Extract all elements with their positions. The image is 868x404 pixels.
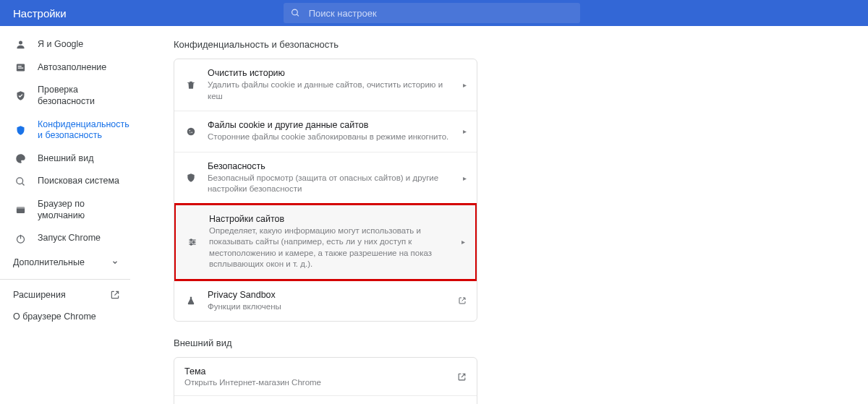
- row-subtitle: Открыть Интернет-магазин Chrome: [184, 378, 321, 387]
- cookie-icon: [184, 126, 197, 137]
- row-subtitle: Функции включены: [208, 301, 448, 313]
- svg-line-7: [22, 183, 24, 185]
- chevron-right-icon: ▸: [461, 238, 465, 246]
- row-title: Очистить историю: [208, 68, 453, 78]
- chevron-down-icon: [111, 259, 119, 266]
- svg-point-20: [193, 241, 195, 242]
- row-subtitle: Удалить файлы cookie и данные сайтов, оч…: [208, 79, 453, 102]
- svg-point-12: [187, 128, 195, 136]
- chevron-right-icon: ▸: [463, 81, 467, 89]
- row-clear-history[interactable]: Очистить историю Удалить файлы cookie и …: [174, 59, 477, 111]
- row-title: Privacy Sandbox: [208, 290, 448, 300]
- privacy-card: Очистить историю Удалить файлы cookie и …: [174, 59, 477, 322]
- sidebar-item-search-engine[interactable]: Поисковая система: [0, 170, 130, 193]
- svg-point-21: [190, 243, 192, 244]
- sidebar-item-appearance[interactable]: Внешний вид: [0, 147, 130, 171]
- sidebar-item-label: Браузер по умолчанию: [38, 199, 123, 221]
- open-in-new-icon: [458, 296, 467, 305]
- app-header: Настройки: [0, 0, 868, 26]
- autofill-icon: [14, 62, 26, 73]
- sidebar-about-label: О браузере Chrome: [13, 311, 96, 322]
- search-input[interactable]: [309, 8, 580, 19]
- sidebar-item-default-browser[interactable]: Браузер по умолчанию: [0, 193, 130, 227]
- trash-icon: [184, 80, 197, 90]
- row-title: Тема: [184, 366, 321, 377]
- row-title: Безопасность: [208, 161, 453, 171]
- row-subtitle: Сторонние файлы cookie заблокированы в р…: [208, 132, 453, 143]
- row-security[interactable]: Безопасность Безопасный просмотр (защита…: [174, 152, 477, 204]
- sidebar-item-label: Конфиденциальность и безопасность: [38, 119, 129, 142]
- section-title-appearance: Внешний вид: [174, 338, 868, 348]
- flask-icon: [184, 296, 197, 306]
- svg-rect-5: [17, 67, 23, 68]
- row-home-button: Показывать кнопку "Главная страница" Стр…: [174, 395, 477, 404]
- row-title: Настройки сайтов: [209, 214, 451, 224]
- row-theme[interactable]: Тема Открыть Интернет-магазин Chrome: [174, 358, 477, 395]
- row-subtitle: Определяет, какую информацию могут испол…: [209, 225, 451, 270]
- sidebar-item-label: Поисковая система: [38, 176, 123, 187]
- chevron-right-icon: ▸: [463, 174, 467, 182]
- sidebar-advanced-label: Дополнительные: [13, 257, 85, 267]
- sidebar-item-autofill[interactable]: Автозаполнение: [0, 56, 130, 79]
- search-icon: [14, 176, 26, 187]
- svg-point-15: [190, 132, 190, 133]
- svg-rect-4: [17, 66, 21, 66]
- tune-icon: [186, 237, 199, 247]
- sidebar-extensions[interactable]: Расширения: [0, 284, 130, 306]
- sidebar-item-safety-check[interactable]: Проверка безопасности: [0, 79, 130, 113]
- svg-point-19: [190, 239, 192, 241]
- svg-point-0: [292, 9, 297, 15]
- shield-icon: [14, 125, 26, 136]
- svg-point-14: [191, 132, 192, 133]
- chevron-right-icon: ▸: [463, 127, 467, 135]
- palette-icon: [14, 153, 26, 164]
- security-shield-icon: [184, 173, 197, 183]
- shield-check-icon: [14, 90, 26, 101]
- sidebar-item-label: Я и Google: [38, 39, 123, 51]
- sidebar-about[interactable]: О браузере Chrome: [0, 306, 130, 327]
- page-title: Настройки: [13, 7, 67, 20]
- divider: [0, 279, 130, 280]
- sidebar-item-label: Внешний вид: [38, 153, 123, 165]
- sidebar-advanced[interactable]: Дополнительные: [0, 250, 130, 275]
- sidebar-item-label: Проверка безопасности: [38, 85, 123, 107]
- row-cookies[interactable]: Файлы cookie и другие данные сайтов Стор…: [174, 111, 477, 152]
- sidebar-extensions-label: Расширения: [13, 290, 66, 300]
- sidebar-item-label: Запуск Chrome: [38, 233, 123, 244]
- sidebar-item-on-startup[interactable]: Запуск Chrome: [0, 227, 130, 250]
- power-icon: [14, 233, 26, 244]
- svg-point-13: [189, 130, 190, 132]
- sidebar: Я и Google Автозаполнение Проверка безоп…: [0, 26, 130, 404]
- section-title-privacy: Конфиденциальность и безопасность: [174, 39, 868, 50]
- svg-rect-9: [16, 207, 24, 209]
- svg-point-2: [19, 41, 22, 45]
- sidebar-item-you-and-google[interactable]: Я и Google: [0, 33, 130, 56]
- row-subtitle: Безопасный просмотр (защита от опасных с…: [208, 173, 453, 195]
- main-content: Конфиденциальность и безопасность Очисти…: [130, 26, 868, 404]
- svg-line-1: [297, 14, 299, 17]
- search-box[interactable]: [284, 3, 580, 23]
- person-icon: [14, 39, 26, 50]
- svg-point-6: [16, 178, 22, 184]
- sidebar-item-label: Автозаполнение: [38, 62, 123, 74]
- sidebar-item-privacy[interactable]: Конфиденциальность и безопасность: [0, 113, 130, 147]
- browser-icon: [14, 205, 26, 215]
- search-icon: [291, 8, 300, 18]
- row-title: Файлы cookie и другие данные сайтов: [208, 120, 453, 130]
- row-site-settings[interactable]: Настройки сайтов Определяет, какую инфор…: [174, 203, 477, 281]
- open-in-new-icon: [457, 372, 467, 382]
- row-privacy-sandbox[interactable]: Privacy Sandbox Функции включены: [174, 280, 477, 322]
- appearance-card: Тема Открыть Интернет-магазин Chrome Пок…: [174, 357, 477, 404]
- open-in-new-icon: [110, 290, 120, 300]
